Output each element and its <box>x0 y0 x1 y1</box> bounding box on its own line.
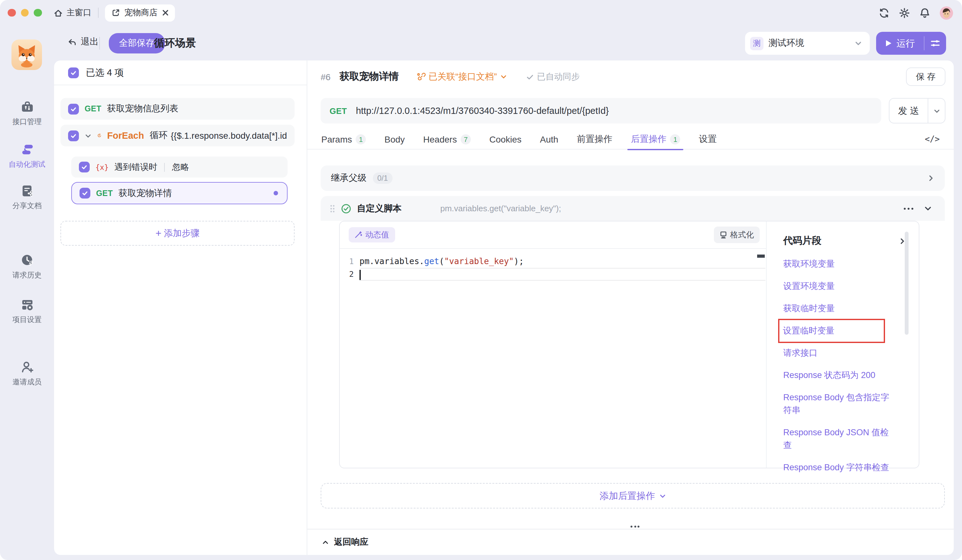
environment-select[interactable]: 测 测试环境 <box>745 32 870 55</box>
add-step-button[interactable]: + 添加步骤 <box>60 221 295 245</box>
tab-pet-store[interactable]: 宠物商店 <box>105 4 175 21</box>
sidebar-item-api-management[interactable]: 接口管理 <box>0 100 54 127</box>
chevron-down-icon <box>854 39 862 47</box>
step-on-error[interactable]: {x} 遇到错误时 忽略 <box>71 157 287 178</box>
snippet-set-temp-var-highlighted[interactable]: 设置临时变量 <box>778 319 885 343</box>
step-foreach-loop[interactable]: ForEach 循环 {{$.1.response.body.data[*].i… <box>60 125 295 146</box>
sidebar-item-request-history[interactable]: 请求历史 <box>0 253 54 280</box>
step-checkbox[interactable] <box>79 161 90 173</box>
snippet-response-body-string-check[interactable]: Response Body 字符串检查 <box>783 461 890 474</box>
run-settings-button[interactable] <box>925 38 946 48</box>
sync-icon[interactable] <box>879 7 889 18</box>
overview-ruler-mark <box>757 255 765 258</box>
panel-resize-handle[interactable] <box>631 526 639 528</box>
code-icon[interactable]: </> <box>925 134 940 144</box>
avatar[interactable] <box>940 6 953 19</box>
step-get-pet-detail[interactable]: GET 获取宠物详情 <box>71 182 287 204</box>
tab-headers[interactable]: Headers7 <box>423 129 471 149</box>
sidebar-item-invite-members[interactable]: 邀请成员 <box>0 360 54 387</box>
more-icon[interactable] <box>904 207 914 210</box>
close-window-button[interactable] <box>8 9 16 17</box>
method-label[interactable]: GET <box>329 106 347 116</box>
step-checkbox[interactable] <box>79 188 90 199</box>
step-checkbox[interactable] <box>68 130 79 141</box>
send-button[interactable]: 发 送 <box>889 98 928 123</box>
url-input[interactable]: GET http://127.0.0.1:4523/m1/3760340-339… <box>321 98 881 123</box>
scenario-title: 循环场景 <box>154 36 196 50</box>
sidebar-item-share-docs[interactable]: 分享文档 <box>0 184 54 211</box>
tab-pre-ops[interactable]: 前置操作 <box>577 129 612 149</box>
tab-badge: 7 <box>461 134 471 144</box>
tab-badge: 1 <box>670 134 680 144</box>
chevron-down-icon <box>500 73 507 80</box>
snippet-get-env-var[interactable]: 获取环境变量 <box>783 258 890 270</box>
snippet-response-status-200[interactable]: Response 状态码为 200 <box>783 369 890 381</box>
tab-cookies[interactable]: Cookies <box>489 129 521 149</box>
step-get-pet-list[interactable]: GET 获取宠物信息列表 <box>60 98 295 119</box>
steps-header: 已选 4 项 <box>54 60 307 85</box>
chevron-down-icon[interactable] <box>85 132 92 139</box>
bell-icon[interactable] <box>919 7 930 18</box>
foreach-loop-icon <box>97 131 102 140</box>
scrollbar-thumb[interactable] <box>905 232 909 335</box>
undo-icon <box>68 37 77 47</box>
main-window-tab[interactable]: 主窗口 <box>53 7 91 18</box>
save-button[interactable]: 保 存 <box>906 68 946 86</box>
content-card: 已选 4 项 GET 获取宠物信息列表 ForEach 循环 {{$.1.res… <box>54 60 954 555</box>
minimize-window-button[interactable] <box>21 9 29 17</box>
tab-params[interactable]: Params1 <box>321 129 366 149</box>
check-circle-icon[interactable] <box>341 203 351 213</box>
run-button[interactable]: 运行 <box>876 37 924 49</box>
tab-body[interactable]: Body <box>384 129 405 149</box>
snippet-response-body-json-check[interactable]: Response Body JSON 值检查 <box>783 426 890 452</box>
loop-expression: {{$.1.response.body.data[*].id <box>171 131 287 140</box>
sidebar-item-label: 邀请成员 <box>12 378 42 387</box>
custom-script-header[interactable]: 自定义脚本 pm.variables.get("variable_key"); <box>321 196 945 221</box>
zoom-window-button[interactable] <box>34 9 42 17</box>
code-editor[interactable]: 1 2 pm.variables.get("variable_key"); <box>340 249 766 468</box>
code-snippets-panel: 代码片段 获取环境变量 设置环境变量 获取临时变量 设置临时变量 请求接口 Re… <box>766 221 919 468</box>
sidebar-item-label: 分享文档 <box>12 201 42 211</box>
format-icon <box>719 231 727 239</box>
response-bar[interactable]: 返回响应 <box>307 529 954 555</box>
script-editor: 动态值 格式化 1 2 pm.variables.get("variable_k… <box>339 221 919 468</box>
linked-doc-dropdown[interactable]: 已关联“接口文档” <box>416 71 507 82</box>
project-logo[interactable] <box>11 39 42 70</box>
sidebar: 接口管理 自动化测试 分享文档 请求历史 项目设置 邀请成员 <box>0 26 54 560</box>
tab-label: 宠物商店 <box>124 7 157 18</box>
sidebar-item-label: 请求历史 <box>12 270 42 280</box>
unsaved-dot <box>274 191 278 195</box>
tab-auth[interactable]: Auth <box>540 129 558 149</box>
titlebar-actions <box>879 0 953 26</box>
snippet-get-temp-var[interactable]: 获取临时变量 <box>783 302 890 315</box>
inherit-parent-row[interactable]: 继承父级 0/1 <box>321 165 945 191</box>
method-badge: GET <box>96 189 113 198</box>
code-line-1: pm.variables.get("variable_key"); <box>360 255 765 268</box>
snippet-request-api[interactable]: 请求接口 <box>783 347 890 359</box>
main-window-label: 主窗口 <box>66 7 91 18</box>
tab-post-ops[interactable]: 后置操作1 <box>631 129 680 149</box>
close-icon[interactable] <box>162 10 168 16</box>
home-icon <box>53 8 63 18</box>
chevron-up-icon <box>322 539 329 545</box>
request-header: #6 获取宠物详情 已关联“接口文档” 已自动同步 保 存 <box>321 60 946 93</box>
toolbar-divider <box>99 37 100 50</box>
format-button[interactable]: 格式化 <box>713 226 760 243</box>
send-options-button[interactable] <box>928 98 946 123</box>
step-checkbox[interactable] <box>68 103 79 114</box>
dynamic-value-button[interactable]: 动态值 <box>349 227 395 242</box>
snippet-set-env-var[interactable]: 设置环境变量 <box>783 280 890 293</box>
sidebar-item-project-settings[interactable]: 项目设置 <box>0 298 54 324</box>
sidebar-item-label: 项目设置 <box>12 315 42 324</box>
snippet-response-body-contains[interactable]: Response Body 包含指定字符串 <box>783 391 890 416</box>
request-panel: #6 获取宠物详情 已关联“接口文档” 已自动同步 保 存 <box>307 60 954 555</box>
exit-button[interactable]: 退出 <box>68 36 98 48</box>
drag-handle-icon[interactable] <box>329 204 335 213</box>
tab-settings[interactable]: 设置 <box>699 129 717 149</box>
select-all-checkbox[interactable] <box>68 67 79 78</box>
url-text: http://127.0.0.1:4523/m1/3760340-3391760… <box>356 106 609 116</box>
gear-icon[interactable] <box>899 7 910 18</box>
chevron-down-icon[interactable] <box>924 204 932 213</box>
sidebar-item-automated-testing[interactable]: 自动化测试 <box>0 142 54 169</box>
add-post-action-button[interactable]: 添加后置操作 <box>321 483 945 508</box>
